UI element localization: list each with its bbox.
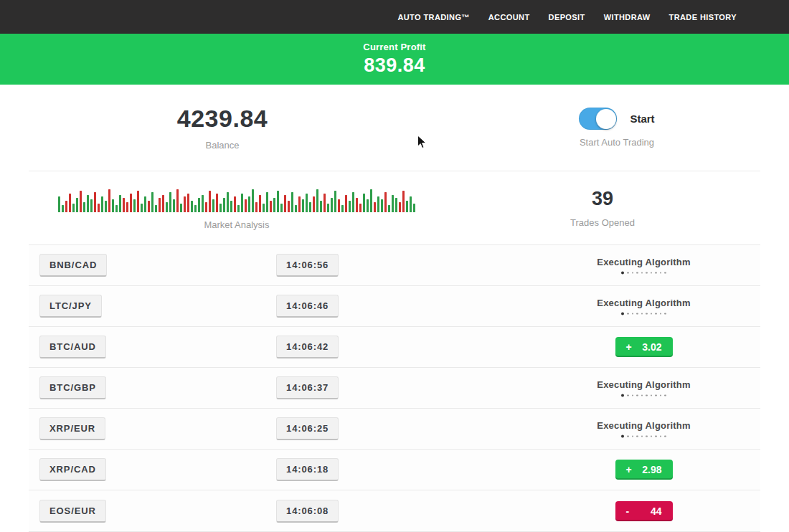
market-bar (295, 205, 297, 212)
market-bar (241, 194, 243, 212)
time-badge: 14:06:18 (276, 458, 339, 481)
market-bar (191, 201, 193, 212)
trades-list: BNB/CAD14:06:56Executing AlgorithmLTC/JP… (29, 244, 760, 532)
market-bar (173, 199, 175, 212)
top-nav: AUTO TRADING™ACCOUNTDEPOSITWITHDRAWTRADE… (397, 13, 737, 22)
market-bar (227, 192, 229, 212)
trade-row: BNB/CAD14:06:56Executing Algorithm (29, 245, 760, 286)
balance-section: 4239.84 Balance Start Start Auto Trading (0, 85, 789, 171)
trade-status: Executing Algorithm (570, 257, 717, 275)
trade-status: -44 (570, 501, 717, 521)
market-bar (159, 198, 161, 212)
pair-badge: EOS/EUR (39, 500, 106, 523)
market-bar (367, 199, 369, 212)
nav-item-withdraw[interactable]: WITHDRAW (604, 13, 651, 22)
pair-badge: BNB/CAD (39, 254, 107, 277)
trade-status: +2.98 (570, 460, 717, 480)
auto-trading-toggle[interactable] (579, 108, 617, 130)
market-bar (395, 198, 397, 212)
market-bar (392, 195, 394, 212)
result-sign: + (626, 464, 632, 475)
market-bar (309, 202, 311, 212)
market-bar (284, 195, 286, 212)
loading-dots-icon (621, 394, 666, 397)
result-amount: 44 (651, 505, 662, 517)
result-sign: - (626, 505, 630, 517)
market-bar (209, 191, 211, 212)
market-bar (176, 189, 179, 212)
balance-value: 4239.84 (177, 105, 268, 133)
market-bar (306, 194, 308, 212)
toggle-knob-icon (596, 109, 616, 129)
pair-badge: BTC/GBP (39, 376, 106, 399)
market-bar (219, 204, 222, 212)
market-bar (270, 201, 272, 212)
market-bar (123, 198, 125, 212)
market-bar (341, 205, 344, 212)
market-bar (356, 198, 358, 212)
market-bar (155, 205, 157, 212)
result-sign: + (626, 341, 632, 353)
market-bar (112, 199, 114, 212)
market-bar (413, 204, 415, 212)
pair-badge: BTC/AUD (39, 336, 106, 358)
market-bar (101, 196, 103, 212)
nav-item-trade-history[interactable]: TRADE HISTORY (669, 13, 737, 22)
market-bar (406, 201, 408, 212)
market-bar (245, 199, 247, 212)
market-bar (148, 201, 150, 212)
market-bar (363, 194, 365, 212)
time-badge: 14:06:56 (276, 254, 339, 277)
market-bar (331, 198, 333, 212)
result-badge: +2.98 (615, 460, 673, 480)
market-bar (72, 204, 75, 212)
market-bar (302, 199, 304, 212)
market-bar (87, 195, 89, 212)
market-bar (202, 195, 204, 212)
market-bar (338, 199, 340, 212)
market-bar (377, 196, 379, 212)
result-badge: -44 (615, 501, 673, 521)
trade-row: BTC/AUD14:06:42+3.02 (29, 327, 760, 368)
market-bar (126, 202, 128, 212)
market-bar (280, 204, 283, 212)
time-badge: 14:06:46 (276, 295, 339, 318)
market-bar (252, 189, 254, 212)
market-bar (137, 191, 139, 212)
market-bar (216, 194, 218, 212)
market-bar (62, 205, 64, 212)
market-bar (352, 192, 354, 212)
market-bar (119, 195, 121, 212)
market-bar (98, 204, 100, 212)
current-profit-label: Current Profit (0, 42, 789, 52)
market-bar (205, 202, 207, 212)
time-badge: 14:06:08 (276, 500, 339, 523)
loading-dots-icon (621, 313, 666, 315)
trade-status: Executing Algorithm (570, 298, 717, 315)
market-bar (144, 196, 146, 212)
auto-trading-app: AUTO TRADING™ACCOUNTDEPOSITWITHDRAWTRADE… (0, 0, 789, 532)
market-bar (399, 202, 401, 212)
market-bar (180, 204, 182, 212)
nav-item-account[interactable]: ACCOUNT (488, 13, 530, 22)
market-bar (194, 205, 197, 212)
market-bar (237, 205, 240, 212)
market-bar (316, 189, 318, 212)
market-bar (277, 191, 279, 212)
market-bar (223, 198, 225, 212)
trade-status: Executing Algorithm (570, 379, 717, 397)
trade-row: EOS/EUR14:06:08-44 (29, 490, 760, 531)
trade-row: XRP/CAD14:06:18+2.98 (29, 450, 760, 490)
result-amount: 3.02 (642, 341, 661, 353)
toggle-start-label: Start (630, 113, 654, 125)
pair-badge: LTC/JPY (39, 295, 102, 318)
market-bar (313, 196, 315, 212)
result-badge: +3.02 (615, 337, 673, 357)
market-bar (184, 196, 186, 212)
nav-item-auto-trading[interactable]: AUTO TRADING™ (397, 13, 469, 22)
market-bar (263, 204, 265, 212)
market-bar (166, 202, 168, 212)
market-bar (320, 201, 322, 212)
nav-item-deposit[interactable]: DEPOSIT (549, 13, 585, 22)
market-bar (234, 196, 236, 212)
